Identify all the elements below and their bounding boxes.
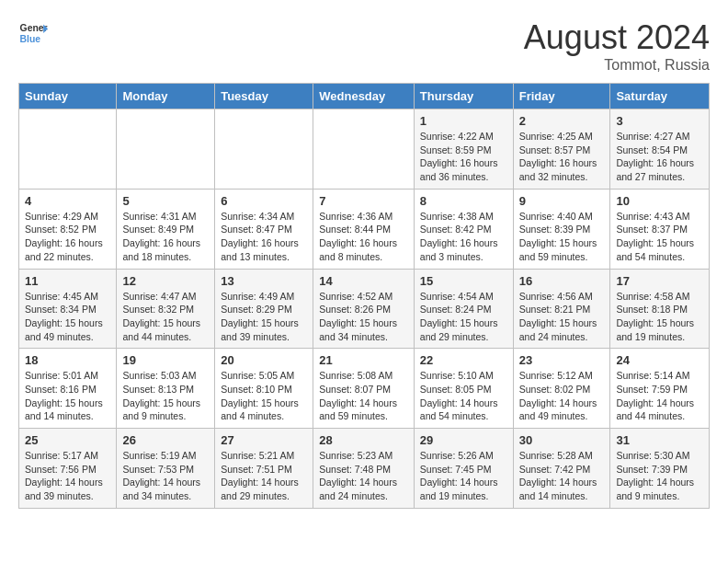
day-number: 30 [519, 433, 605, 447]
day-number: 11 [25, 274, 110, 288]
day-number: 16 [519, 274, 605, 288]
cell-content: Sunrise: 4:27 AM Sunset: 8:54 PM Dayligh… [616, 130, 703, 184]
cell-content: Sunrise: 5:08 AM Sunset: 8:07 PM Dayligh… [319, 369, 408, 423]
calendar-cell: 1Sunrise: 4:22 AM Sunset: 8:59 PM Daylig… [414, 109, 513, 190]
day-number: 22 [420, 353, 507, 367]
calendar-cell: 25Sunrise: 5:17 AM Sunset: 7:56 PM Dayli… [19, 429, 117, 509]
calendar-cell: 9Sunrise: 4:40 AM Sunset: 8:39 PM Daylig… [513, 189, 610, 269]
day-number: 28 [319, 433, 408, 447]
cell-content: Sunrise: 5:21 AM Sunset: 7:51 PM Dayligh… [221, 449, 307, 503]
cell-content: Sunrise: 5:17 AM Sunset: 7:56 PM Dayligh… [25, 449, 110, 503]
cell-content: Sunrise: 4:52 AM Sunset: 8:26 PM Dayligh… [319, 290, 408, 344]
calendar-cell: 18Sunrise: 5:01 AM Sunset: 8:16 PM Dayli… [19, 349, 117, 429]
weekday-header-cell: Saturday [610, 84, 710, 109]
day-number: 25 [25, 433, 110, 447]
location-title: Tommot, Russia [524, 57, 710, 74]
logo: General Blue [18, 18, 48, 48]
weekday-header-cell: Sunday [19, 84, 117, 109]
day-number: 24 [616, 353, 703, 367]
calendar-table: SundayMondayTuesdayWednesdayThursdayFrid… [18, 83, 710, 509]
day-number: 19 [122, 353, 209, 367]
calendar-cell: 7Sunrise: 4:36 AM Sunset: 8:44 PM Daylig… [313, 189, 415, 269]
logo-icon: General Blue [18, 18, 48, 48]
cell-content: Sunrise: 4:22 AM Sunset: 8:59 PM Dayligh… [420, 130, 507, 184]
calendar-cell [313, 109, 415, 190]
cell-content: Sunrise: 5:01 AM Sunset: 8:16 PM Dayligh… [25, 369, 110, 423]
weekday-header-cell: Wednesday [313, 84, 415, 109]
weekday-header-row: SundayMondayTuesdayWednesdayThursdayFrid… [19, 84, 710, 109]
day-number: 6 [221, 194, 307, 208]
day-number: 3 [616, 114, 703, 128]
calendar-cell [117, 109, 215, 190]
calendar-week-row: 25Sunrise: 5:17 AM Sunset: 7:56 PM Dayli… [19, 429, 710, 509]
calendar-cell: 2Sunrise: 4:25 AM Sunset: 8:57 PM Daylig… [513, 109, 610, 190]
svg-text:Blue: Blue [20, 34, 41, 44]
calendar-cell: 8Sunrise: 4:38 AM Sunset: 8:42 PM Daylig… [414, 189, 513, 269]
day-number: 15 [420, 274, 507, 288]
calendar-cell: 24Sunrise: 5:14 AM Sunset: 7:59 PM Dayli… [610, 349, 710, 429]
cell-content: Sunrise: 5:10 AM Sunset: 8:05 PM Dayligh… [420, 369, 507, 423]
calendar-cell [19, 109, 117, 190]
day-number: 21 [319, 353, 408, 367]
calendar-cell: 17Sunrise: 4:58 AM Sunset: 8:18 PM Dayli… [610, 269, 710, 349]
calendar-cell: 4Sunrise: 4:29 AM Sunset: 8:52 PM Daylig… [19, 189, 117, 269]
day-number: 9 [519, 194, 605, 208]
calendar-cell: 26Sunrise: 5:19 AM Sunset: 7:53 PM Dayli… [117, 429, 215, 509]
day-number: 18 [25, 353, 110, 367]
cell-content: Sunrise: 4:47 AM Sunset: 8:32 PM Dayligh… [122, 290, 209, 344]
day-number: 27 [221, 433, 307, 447]
cell-content: Sunrise: 4:29 AM Sunset: 8:52 PM Dayligh… [25, 210, 110, 264]
cell-content: Sunrise: 5:19 AM Sunset: 7:53 PM Dayligh… [122, 449, 209, 503]
calendar-cell: 11Sunrise: 4:45 AM Sunset: 8:34 PM Dayli… [19, 269, 117, 349]
cell-content: Sunrise: 5:12 AM Sunset: 8:02 PM Dayligh… [519, 369, 605, 423]
calendar-cell: 16Sunrise: 4:56 AM Sunset: 8:21 PM Dayli… [513, 269, 610, 349]
calendar-week-row: 1Sunrise: 4:22 AM Sunset: 8:59 PM Daylig… [19, 109, 710, 190]
calendar-cell: 5Sunrise: 4:31 AM Sunset: 8:49 PM Daylig… [117, 189, 215, 269]
calendar-cell: 27Sunrise: 5:21 AM Sunset: 7:51 PM Dayli… [215, 429, 313, 509]
cell-content: Sunrise: 5:23 AM Sunset: 7:48 PM Dayligh… [319, 449, 408, 503]
calendar-cell: 3Sunrise: 4:27 AM Sunset: 8:54 PM Daylig… [610, 109, 710, 190]
cell-content: Sunrise: 5:30 AM Sunset: 7:39 PM Dayligh… [616, 449, 703, 503]
day-number: 4 [25, 194, 110, 208]
day-number: 14 [319, 274, 408, 288]
calendar-cell [215, 109, 313, 190]
day-number: 29 [420, 433, 507, 447]
weekday-header-cell: Tuesday [215, 84, 313, 109]
month-title: August 2024 [524, 18, 710, 57]
calendar-cell: 29Sunrise: 5:26 AM Sunset: 7:45 PM Dayli… [414, 429, 513, 509]
cell-content: Sunrise: 5:28 AM Sunset: 7:42 PM Dayligh… [519, 449, 605, 503]
cell-content: Sunrise: 4:34 AM Sunset: 8:47 PM Dayligh… [221, 210, 307, 264]
cell-content: Sunrise: 4:49 AM Sunset: 8:29 PM Dayligh… [221, 290, 307, 344]
cell-content: Sunrise: 4:31 AM Sunset: 8:49 PM Dayligh… [122, 210, 209, 264]
day-number: 5 [122, 194, 209, 208]
calendar-cell: 20Sunrise: 5:05 AM Sunset: 8:10 PM Dayli… [215, 349, 313, 429]
cell-content: Sunrise: 4:45 AM Sunset: 8:34 PM Dayligh… [25, 290, 110, 344]
day-number: 13 [221, 274, 307, 288]
cell-content: Sunrise: 5:03 AM Sunset: 8:13 PM Dayligh… [122, 369, 209, 423]
calendar-cell: 31Sunrise: 5:30 AM Sunset: 7:39 PM Dayli… [610, 429, 710, 509]
calendar-cell: 14Sunrise: 4:52 AM Sunset: 8:26 PM Dayli… [313, 269, 415, 349]
calendar-cell: 23Sunrise: 5:12 AM Sunset: 8:02 PM Dayli… [513, 349, 610, 429]
day-number: 1 [420, 114, 507, 128]
calendar-cell: 13Sunrise: 4:49 AM Sunset: 8:29 PM Dayli… [215, 269, 313, 349]
calendar-cell: 19Sunrise: 5:03 AM Sunset: 8:13 PM Dayli… [117, 349, 215, 429]
weekday-header-cell: Thursday [414, 84, 513, 109]
cell-content: Sunrise: 4:54 AM Sunset: 8:24 PM Dayligh… [420, 290, 507, 344]
calendar-cell: 30Sunrise: 5:28 AM Sunset: 7:42 PM Dayli… [513, 429, 610, 509]
day-number: 17 [616, 274, 703, 288]
calendar-cell: 10Sunrise: 4:43 AM Sunset: 8:37 PM Dayli… [610, 189, 710, 269]
day-number: 7 [319, 194, 408, 208]
day-number: 10 [616, 194, 703, 208]
weekday-header-cell: Friday [513, 84, 610, 109]
calendar-cell: 12Sunrise: 4:47 AM Sunset: 8:32 PM Dayli… [117, 269, 215, 349]
calendar-cell: 22Sunrise: 5:10 AM Sunset: 8:05 PM Dayli… [414, 349, 513, 429]
calendar-week-row: 18Sunrise: 5:01 AM Sunset: 8:16 PM Dayli… [19, 349, 710, 429]
cell-content: Sunrise: 4:25 AM Sunset: 8:57 PM Dayligh… [519, 130, 605, 184]
cell-content: Sunrise: 4:43 AM Sunset: 8:37 PM Dayligh… [616, 210, 703, 264]
cell-content: Sunrise: 4:36 AM Sunset: 8:44 PM Dayligh… [319, 210, 408, 264]
calendar-cell: 28Sunrise: 5:23 AM Sunset: 7:48 PM Dayli… [313, 429, 415, 509]
cell-content: Sunrise: 5:05 AM Sunset: 8:10 PM Dayligh… [221, 369, 307, 423]
day-number: 12 [122, 274, 209, 288]
title-area: August 2024 Tommot, Russia [524, 18, 710, 74]
calendar-cell: 6Sunrise: 4:34 AM Sunset: 8:47 PM Daylig… [215, 189, 313, 269]
